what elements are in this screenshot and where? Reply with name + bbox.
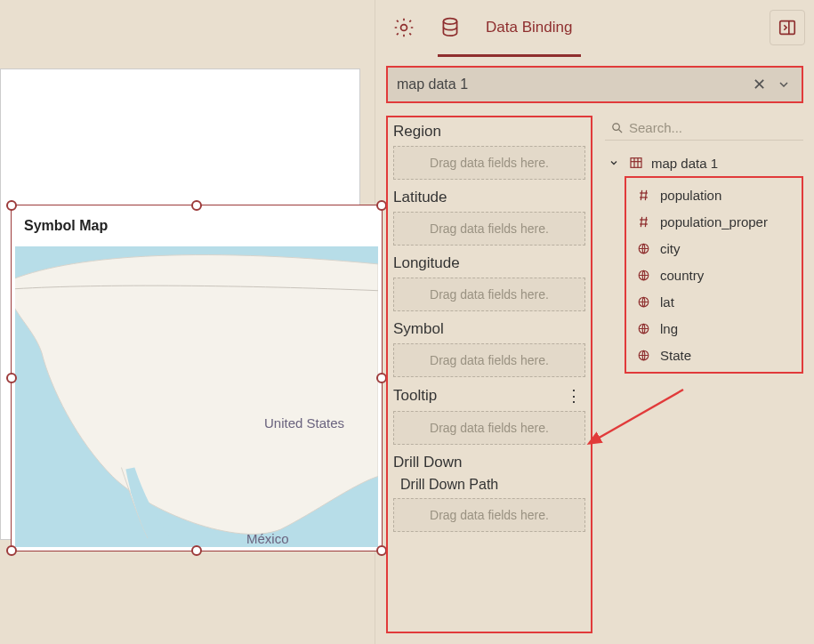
widget-title: Symbol Map: [24, 218, 108, 234]
chevron-down-icon: [608, 157, 621, 168]
resize-handle[interactable]: [6, 373, 17, 383]
search-row: [605, 116, 803, 141]
tab-data-binding[interactable]: Data Binding: [477, 8, 581, 47]
zone-sublabel: Drill Down Path: [400, 477, 585, 493]
resize-handle[interactable]: [6, 200, 17, 211]
globe-icon: [635, 295, 651, 309]
more-options-icon[interactable]: ⋮: [562, 386, 585, 406]
zone-label: Symbol: [393, 320, 585, 338]
field-label: country: [660, 268, 704, 283]
field-item[interactable]: city: [630, 235, 798, 262]
globe-icon: [635, 322, 651, 335]
collapse-panel-button[interactable]: [770, 10, 805, 45]
map-label-country: United States: [264, 415, 344, 431]
svg-line-13: [641, 189, 641, 199]
binding-zone: SymbolDrag data fields here.: [393, 320, 585, 377]
symbol-map-widget[interactable]: Symbol Map United States México: [11, 205, 383, 551]
resize-handle[interactable]: [191, 200, 202, 211]
fields-tree: map data 1 populationpopulation_properci…: [605, 149, 803, 374]
resize-handle[interactable]: [191, 545, 202, 556]
fields-column: map data 1 populationpopulation_properci…: [605, 116, 803, 633]
svg-point-2: [443, 18, 456, 23]
drop-target[interactable]: Drag data fields here.: [393, 498, 585, 532]
svg-line-17: [641, 216, 641, 226]
chevron-down-icon[interactable]: [775, 76, 793, 93]
binding-zones: RegionDrag data fields here.LatitudeDrag…: [386, 116, 592, 633]
fields-list: populationpopulation_propercitycountryla…: [625, 176, 803, 374]
tab-data-binding-icon[interactable]: [431, 8, 470, 47]
panel-body: map data 1 ✕ RegionDrag data fields here…: [375, 55, 814, 644]
svg-rect-7: [631, 158, 641, 168]
drop-target[interactable]: Drag data fields here.: [393, 278, 585, 311]
field-label: population_proper: [660, 214, 768, 229]
zone-drill-down: Drill Down Drill Down Path Drag data fie…: [393, 454, 585, 532]
zone-label: Longitude: [393, 254, 585, 272]
drop-target[interactable]: Drag data fields here.: [393, 212, 585, 246]
globe-icon: [635, 349, 651, 362]
field-item[interactable]: population: [630, 181, 798, 208]
tree-root-label: map data 1: [651, 156, 718, 171]
svg-point-1: [401, 24, 407, 30]
search-icon: [610, 121, 624, 134]
field-item[interactable]: lat: [630, 288, 798, 315]
drop-target[interactable]: Drag data fields here.: [393, 411, 585, 445]
svg-line-6: [619, 130, 622, 133]
zone-label: Drill Down: [393, 454, 585, 471]
field-item[interactable]: lng: [630, 315, 798, 342]
gear-icon: [392, 16, 415, 39]
zone-label: Latitude: [393, 189, 585, 206]
field-label: lng: [660, 321, 678, 336]
svg-point-5: [613, 124, 620, 131]
field-item[interactable]: State: [630, 342, 798, 368]
map-preview: United States México: [15, 246, 378, 547]
field-label: lat: [660, 294, 674, 310]
panel-collapse-icon: [778, 18, 797, 37]
zone-label: Region: [393, 123, 585, 141]
drop-target[interactable]: Drag data fields here.: [393, 146, 585, 180]
globe-icon: [635, 269, 651, 282]
table-icon: [628, 156, 644, 170]
binding-zone: LatitudeDrag data fields here.: [393, 189, 585, 246]
clear-icon[interactable]: ✕: [750, 76, 768, 93]
field-item[interactable]: country: [630, 262, 798, 288]
datasource-selected-label: map data 1: [397, 76, 743, 93]
svg-line-18: [645, 216, 646, 226]
svg-line-14: [645, 189, 646, 199]
database-icon: [439, 16, 462, 39]
panel-tabbar: Data Binding: [375, 0, 814, 55]
tab-settings[interactable]: [384, 8, 423, 47]
globe-icon: [635, 242, 651, 255]
binding-zone: RegionDrag data fields here.: [393, 123, 585, 180]
field-item[interactable]: population_proper: [630, 208, 798, 235]
zone-label: Tooltip⋮: [393, 386, 585, 406]
field-label: population: [660, 188, 721, 203]
tab-label: Data Binding: [486, 19, 572, 36]
properties-panel: Data Binding map data 1 ✕: [375, 0, 814, 644]
resize-handle[interactable]: [6, 545, 17, 556]
map-label-country: México: [246, 531, 289, 546]
fields-search-input[interactable]: [629, 120, 798, 135]
field-label: State: [660, 348, 691, 363]
number-icon: [635, 189, 651, 202]
datasource-select[interactable]: map data 1 ✕: [386, 66, 803, 103]
field-label: city: [660, 241, 681, 256]
drop-target[interactable]: Drag data fields here.: [393, 343, 585, 377]
tree-root-node[interactable]: map data 1: [605, 149, 803, 176]
design-canvas[interactable]: Symbol Map United States México: [0, 0, 375, 644]
binding-zone: Tooltip⋮Drag data fields here.: [393, 386, 585, 445]
binding-zone: LongitudeDrag data fields here.: [393, 254, 585, 311]
number-icon: [635, 215, 651, 229]
